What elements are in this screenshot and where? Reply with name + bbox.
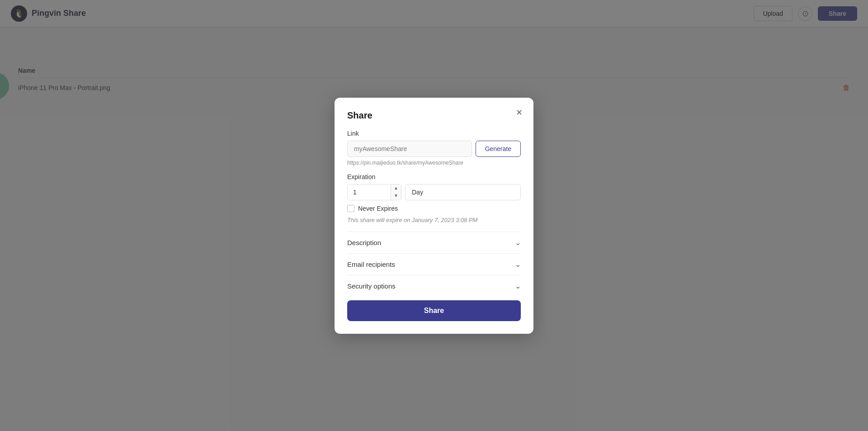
expiration-unit-select[interactable]: Minute Hour Day Week Month Year [405, 184, 521, 200]
generate-button[interactable]: Generate [476, 141, 521, 157]
email-recipients-accordion-toggle[interactable]: Email recipients ⌄ [347, 254, 521, 275]
expiration-label: Expiration [347, 173, 521, 180]
never-expires-row: Never Expires [347, 205, 521, 212]
expiration-number-input[interactable] [348, 185, 391, 200]
description-chevron-icon: ⌄ [515, 238, 521, 247]
security-options-label: Security options [347, 282, 396, 290]
security-options-chevron-icon: ⌄ [515, 282, 521, 290]
security-options-accordion-toggle[interactable]: Security options ⌄ [347, 275, 521, 297]
link-row: Generate [347, 141, 521, 157]
expiration-number-wrapper: ▲ ▼ [347, 184, 401, 200]
link-label: Link [347, 130, 521, 137]
modal-overlay: Share ✕ Link Generate https://pin.maijie… [0, 0, 868, 431]
expire-info-text: This share will expire on January 7, 202… [347, 217, 521, 223]
description-accordion-toggle[interactable]: Description ⌄ [347, 232, 521, 253]
never-expires-label: Never Expires [358, 205, 398, 212]
link-input[interactable] [347, 141, 472, 157]
expiration-row: ▲ ▼ Minute Hour Day Week Month Year [347, 184, 521, 200]
expiration-up-arrow[interactable]: ▲ [391, 185, 401, 192]
security-options-accordion: Security options ⌄ [347, 275, 521, 297]
email-recipients-chevron-icon: ⌄ [515, 260, 521, 269]
description-accordion: Description ⌄ [347, 232, 521, 253]
email-recipients-accordion: Email recipients ⌄ [347, 253, 521, 275]
email-recipients-label: Email recipients [347, 260, 395, 268]
never-expires-checkbox[interactable] [347, 205, 354, 212]
link-url-display: https://pin.maijieduo.tk/share/myAwesome… [347, 160, 521, 166]
modal-close-button[interactable]: ✕ [514, 107, 524, 118]
expiration-down-arrow[interactable]: ▼ [391, 192, 401, 200]
share-modal: Share ✕ Link Generate https://pin.maijie… [335, 98, 533, 334]
modal-title: Share [347, 110, 521, 121]
description-label: Description [347, 239, 381, 246]
share-modal-button[interactable]: Share [347, 300, 521, 321]
expiration-arrows: ▲ ▼ [391, 185, 401, 200]
